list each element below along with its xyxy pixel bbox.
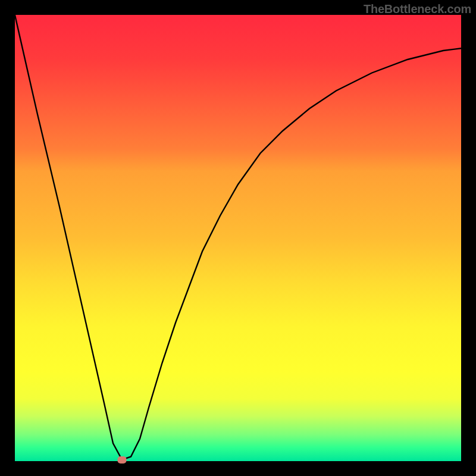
bottleneck-curve	[15, 15, 461, 460]
optimal-point-marker	[118, 456, 127, 464]
plot-area	[15, 15, 461, 461]
watermark: TheBottleneck.com	[364, 2, 471, 16]
chart-container: TheBottleneck.com	[0, 0, 476, 476]
curve-svg	[15, 15, 461, 461]
